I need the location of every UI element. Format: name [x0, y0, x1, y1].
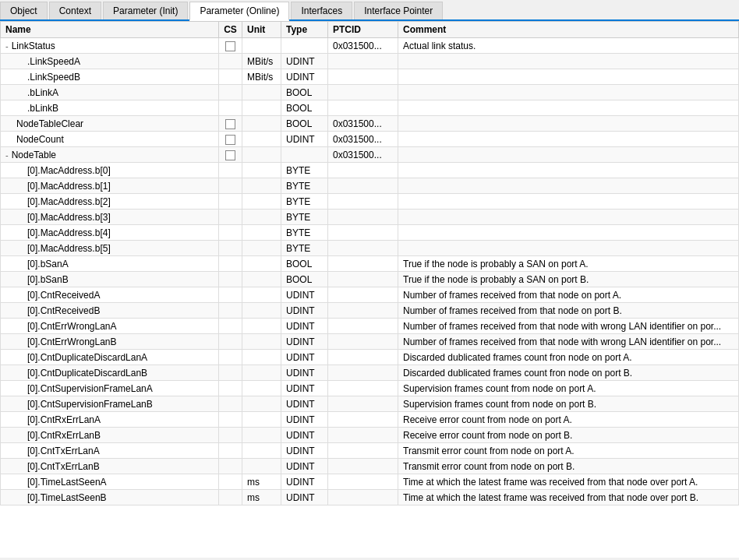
cell-type: UDINT — [281, 412, 328, 428]
main-content: Name CS Unit Type PTCID Comment -LinkSta… — [0, 21, 739, 558]
cell-cs — [219, 256, 242, 272]
cell-ptcid — [328, 178, 398, 194]
table-row: [0].MacAddress.b[0]BYTE — [1, 163, 739, 178]
cell-comment — [398, 225, 739, 241]
col-header-comment: Comment — [398, 22, 739, 38]
cell-name: [0].MacAddress.b[4] — [1, 225, 219, 241]
row-name-text: [0].MacAddress.b[1] — [27, 181, 111, 192]
cell-type: BYTE — [281, 210, 328, 225]
cell-name: [0].MacAddress.b[1] — [1, 178, 219, 194]
row-name-text: [0].MacAddress.b[2] — [27, 196, 111, 207]
cell-cs[interactable] — [219, 38, 242, 54]
row-name-text: [0].CntSupervisionFrameLanA — [27, 383, 153, 394]
cell-comment: Actual link status. — [398, 38, 739, 54]
cell-cs — [219, 459, 242, 474]
table-row: [0].CntRxErrLanAUDINTReceive error count… — [1, 412, 739, 428]
table-row: [0].CntReceivedBUDINTNumber of frames re… — [1, 303, 739, 319]
cell-comment: Receive error count from node on port B. — [398, 428, 739, 443]
cell-name: .bLinkA — [1, 85, 219, 100]
cell-comment — [398, 100, 739, 116]
cell-name: .LinkSpeedA — [1, 54, 219, 69]
cell-ptcid — [328, 443, 398, 459]
cell-unit — [242, 396, 281, 412]
cell-name: [0].CntReceivedA — [1, 287, 219, 303]
cell-unit — [242, 38, 281, 54]
cell-name: [0].CntDuplicateDiscardLanB — [1, 365, 219, 381]
cell-type: BOOL — [281, 85, 328, 100]
expand-icon[interactable]: - — [5, 41, 9, 51]
cs-checkbox[interactable] — [225, 41, 235, 51]
cell-type: BOOL — [281, 116, 328, 132]
tab-parameter-init[interactable]: Parameter (Init) — [103, 2, 188, 19]
cell-unit: MBit/s — [242, 69, 281, 85]
cs-checkbox[interactable] — [225, 119, 235, 129]
table-row: [0].MacAddress.b[1]BYTE — [1, 178, 739, 194]
table-row: -LinkStatus0x031500...Actual link status… — [1, 38, 739, 54]
cell-cs[interactable] — [219, 116, 242, 132]
row-name-text: [0].MacAddress.b[4] — [27, 227, 111, 238]
cell-comment: True if the node is probably a SAN on po… — [398, 272, 739, 287]
cell-name: [0].CntRxErrLanA — [1, 412, 219, 428]
cell-unit — [242, 85, 281, 100]
cs-checkbox[interactable] — [225, 135, 235, 145]
cell-cs[interactable] — [219, 147, 242, 163]
cell-comment: Number of frames received from that node… — [398, 334, 739, 350]
cell-cs[interactable] — [219, 132, 242, 147]
cell-ptcid — [328, 303, 398, 319]
expand-icon[interactable]: - — [5, 150, 9, 160]
cell-unit — [242, 132, 281, 147]
tab-context[interactable]: Context — [49, 2, 101, 19]
cell-cs — [219, 194, 242, 210]
cell-name: .bLinkB — [1, 100, 219, 116]
cell-name: NodeTableClear — [1, 116, 219, 132]
row-name-text: NodeCount — [16, 134, 64, 145]
row-name-text: NodeTable — [12, 150, 56, 160]
cell-cs — [219, 365, 242, 381]
cell-comment: Number of frames received from that node… — [398, 319, 739, 334]
cell-ptcid: 0x031500... — [328, 147, 398, 163]
cell-type: BOOL — [281, 256, 328, 272]
row-name-text: [0].CntTxErrLanA — [27, 446, 100, 456]
col-header-name: Name — [1, 22, 219, 38]
row-name-text: [0].CntRxErrLanA — [27, 414, 101, 425]
cell-name: [0].bSanA — [1, 256, 219, 272]
table-row: [0].MacAddress.b[4]BYTE — [1, 225, 739, 241]
cell-type: BYTE — [281, 194, 328, 210]
cell-name: [0].CntSupervisionFrameLanB — [1, 396, 219, 412]
cell-cs — [219, 287, 242, 303]
cell-comment: Time at which the latest frame was recei… — [398, 490, 739, 505]
cell-cs — [219, 428, 242, 443]
table-row: .LinkSpeedAMBit/sUDINT — [1, 54, 739, 69]
cell-name: [0].TimeLastSeenB — [1, 490, 219, 505]
cell-type: UDINT — [281, 428, 328, 443]
table-row: [0].CntTxErrLanBUDINTTransmit error coun… — [1, 459, 739, 474]
cell-ptcid — [328, 350, 398, 365]
cell-cs — [219, 85, 242, 100]
tab-interfaces[interactable]: Interfaces — [291, 2, 352, 19]
cell-ptcid — [328, 241, 398, 256]
cell-name: [0].MacAddress.b[2] — [1, 194, 219, 210]
row-name-text: .LinkSpeedB — [27, 72, 80, 83]
tab-interface-pointer[interactable]: Interface Pointer — [354, 2, 443, 19]
tab-parameter-online[interactable]: Parameter (Online) — [189, 2, 289, 21]
row-name-text: LinkStatus — [12, 41, 55, 51]
col-header-type: Type — [281, 22, 328, 38]
cell-type: UDINT — [281, 459, 328, 474]
cell-ptcid — [328, 459, 398, 474]
cs-checkbox[interactable] — [225, 150, 235, 160]
cell-unit — [242, 225, 281, 241]
cell-unit — [242, 116, 281, 132]
cell-comment — [398, 163, 739, 178]
cell-unit — [242, 319, 281, 334]
cell-ptcid — [328, 272, 398, 287]
row-name-text: [0].TimeLastSeenA — [27, 477, 107, 488]
cell-cs — [219, 210, 242, 225]
table-body: -LinkStatus0x031500...Actual link status… — [1, 38, 739, 505]
tab-object[interactable]: Object — [0, 2, 48, 19]
cell-type: BYTE — [281, 241, 328, 256]
table-row: [0].CntSupervisionFrameLanBUDINTSupervis… — [1, 396, 739, 412]
table-row: NodeCountUDINT0x031500... — [1, 132, 739, 147]
cell-comment: Receive error count from node on port A. — [398, 412, 739, 428]
table-row: [0].bSanBBOOLTrue if the node is probabl… — [1, 272, 739, 287]
cell-name: [0].CntErrWrongLanB — [1, 334, 219, 350]
